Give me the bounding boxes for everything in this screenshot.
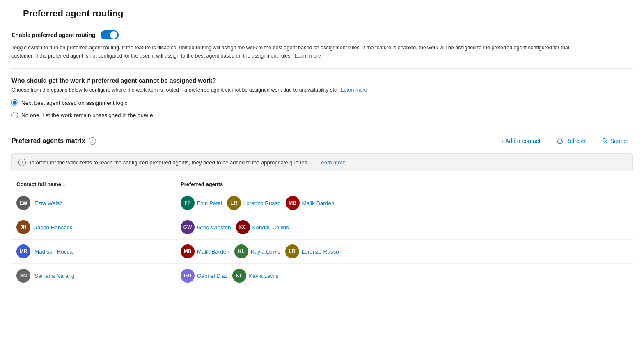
fallback-section: Who should get the work if preferred age… [11,77,633,127]
svg-point-0 [603,138,606,142]
agent-item: LRLorenzo Russo [285,244,339,258]
agent-avatar: LR [227,196,241,210]
agent-avatar: KL [232,269,246,283]
contact-avatar: MR [16,244,30,258]
enable-label: Enable preferred agent routing [11,32,96,38]
agent-item: KCKendall Collins [236,220,289,234]
agent-avatar: LR [285,244,299,258]
agent-item: GDGabriel Diaz [181,269,227,283]
fallback-title: Who should get the work if preferred age… [11,77,633,84]
table-body: EWEzra WelshFPFinn PatelLRLorenzo RussoM… [11,191,633,288]
radio-option-1[interactable]: Next best agent based on assignment logi… [11,99,633,106]
fallback-learn-more-link[interactable]: Learn more [341,87,367,93]
table-header: Contact full name ↓ Preferred agents [11,178,633,191]
matrix-title: Preferred agents matrix [11,137,85,145]
table-row: EWEzra WelshFPFinn PatelLRLorenzo RussoM… [11,191,633,215]
search-icon [602,138,608,144]
agents-cell: GDGabriel DiazKLKayla Lewis [181,269,628,283]
table-row: JHJacob HancockGWGreg WinstonKCKendall C… [11,215,633,240]
radio-input-1[interactable] [11,99,18,106]
notice-icon: i [18,159,26,166]
contact-cell: SNSanjana Narang [16,269,181,283]
contact-name[interactable]: Ezra Welsh [34,200,63,206]
contact-cell: MRMadison Rocca [16,244,181,258]
page-title: Preferred agent routing [23,8,123,19]
agent-item: LRLorenzo Russo [227,196,281,210]
enable-toggle[interactable] [101,30,119,39]
agents-table: Contact full name ↓ Preferred agents EWE… [11,178,633,288]
agent-item: KLKayla Lewis [232,269,278,283]
refresh-label: Refresh [566,138,586,144]
refresh-icon [557,138,563,144]
contact-avatar: EW [16,196,30,210]
svg-line-1 [606,142,607,143]
agent-name[interactable]: Gabriel Diaz [197,273,227,279]
fallback-desc-text: Choose from the options below to configu… [11,87,338,93]
matrix-section: Preferred agents matrix i + Add a contac… [11,135,633,288]
agent-avatar: GW [181,220,195,234]
matrix-title-row: Preferred agents matrix i [11,137,96,145]
contact-name[interactable]: Jacob Hancock [34,224,72,230]
matrix-info-icon[interactable]: i [89,137,96,145]
table-row: SNSanjana NarangGDGabriel DiazKLKayla Le… [11,264,633,288]
contact-name[interactable]: Madison Rocca [34,249,73,255]
radio-label-2: No one. Let the work remain unassigned i… [21,112,153,118]
agent-item: GWGreg Winston [181,220,231,234]
radio-group: Next best agent based on assignment logi… [11,99,633,118]
agent-name[interactable]: Kayla Lewis [249,273,278,279]
radio-input-2[interactable] [11,112,18,118]
agent-item: MBMalik Barden [181,244,229,258]
enable-description: Toggle switch to turn on preferred agent… [11,44,586,60]
col-header-contact: Contact full name ↓ [16,181,181,187]
agent-avatar: MB [286,196,300,210]
radio-label-1: Next best agent based on assignment logi… [21,100,127,106]
agent-item: MBMalik Barden [286,196,335,210]
notice-bar: i In order for the work items to reach t… [11,153,633,171]
agent-name[interactable]: Finn Patel [197,200,222,206]
notice-text: In order for the work items to reach the… [30,159,309,166]
agent-avatar: MB [181,244,195,258]
search-label: Search [610,138,628,144]
agent-name[interactable]: Kendall Collins [252,224,289,230]
refresh-button[interactable]: Refresh [553,135,590,147]
agent-avatar: KL [234,244,248,258]
contact-cell: JHJacob Hancock [16,220,181,234]
enable-section: Enable preferred agent routing Toggle sw… [11,30,633,69]
agent-avatar: FP [181,196,195,210]
fallback-description: Choose from the options below to configu… [11,87,633,93]
agents-cell: GWGreg WinstonKCKendall Collins [181,220,628,234]
contact-avatar: SN [16,269,30,283]
agent-avatar: GD [181,269,195,283]
search-button[interactable]: Search [598,135,633,147]
table-row: MRMadison RoccaMBMalik BardenKLKayla Lew… [11,240,633,264]
agent-avatar: KC [236,220,250,234]
matrix-actions: + Add a contact Refresh Search [497,135,633,147]
add-contact-button[interactable]: + Add a contact [497,135,545,147]
agent-name[interactable]: Lorenzo Russo [302,249,339,255]
radio-option-2[interactable]: No one. Let the work remain unassigned i… [11,112,633,118]
page-header: ← Preferred agent routing [11,8,633,19]
agent-name[interactable]: Greg Winston [197,224,231,230]
agents-cell: MBMalik BardenKLKayla LewisLRLorenzo Rus… [181,244,628,258]
agent-item: KLKayla Lewis [234,244,280,258]
notice-learn-more-link[interactable]: Learn more [318,159,345,166]
enable-learn-more-link[interactable]: Learn more [295,53,321,59]
agents-cell: FPFinn PatelLRLorenzo RussoMBMalik Barde… [181,196,628,210]
back-button[interactable]: ← [11,9,19,18]
enable-row: Enable preferred agent routing [11,30,633,39]
contact-name[interactable]: Sanjana Narang [34,273,75,279]
contact-avatar: JH [16,220,30,234]
enable-description-text: Toggle switch to turn on preferred agent… [11,45,569,59]
agent-name[interactable]: Lorenzo Russo [243,200,281,206]
matrix-header: Preferred agents matrix i + Add a contac… [11,135,633,147]
agent-name[interactable]: Malik Barden [302,200,335,206]
agent-item: FPFinn Patel [181,196,222,210]
col-header-agents: Preferred agents [181,181,628,187]
agent-name[interactable]: Kayla Lewis [251,249,280,255]
contact-cell: EWEzra Welsh [16,196,181,210]
agent-name[interactable]: Malik Barden [197,249,229,255]
